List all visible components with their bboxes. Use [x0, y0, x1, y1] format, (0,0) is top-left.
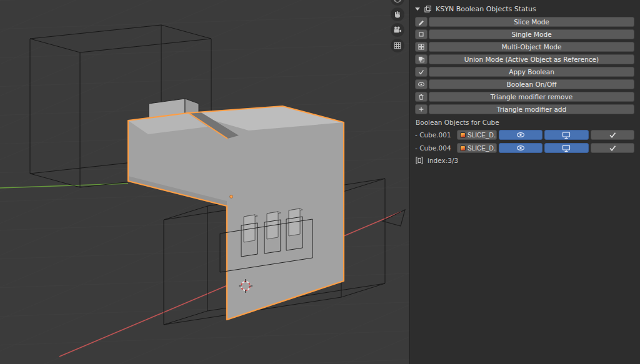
chevron-down-icon — [415, 7, 420, 11]
boolean-objects-header: Boolean Objects for Cube — [416, 119, 634, 126]
eye-icon[interactable] — [415, 79, 428, 89]
eye-icon — [516, 144, 526, 152]
multi-object-mode-row: Multi-Object Mode — [415, 42, 634, 52]
single-object-icon[interactable] — [415, 29, 428, 39]
panel-icon — [424, 5, 432, 13]
boolean-onoff-button[interactable]: Boolean On/Off — [429, 79, 634, 89]
multi-object-mode-button[interactable]: Multi-Object Mode — [429, 42, 634, 52]
panel-title: KSYN Boolean Objects Status — [436, 5, 536, 13]
triangle-modifier-remove-button[interactable]: Triangle modifier remove — [429, 92, 634, 102]
orthographic-grid-icon[interactable] — [391, 39, 404, 52]
apply-boolean-button[interactable]: Appy Boolean — [429, 67, 634, 77]
boolean-mode-value: SLICE_D... — [468, 132, 497, 139]
boolean-mode-value: SLICE_D... — [468, 145, 497, 152]
3d-viewport[interactable] — [0, 0, 409, 364]
viewport-visibility-toggle[interactable] — [499, 130, 542, 140]
triangle-modifier-add-button[interactable]: Triangle modifier add — [429, 104, 634, 114]
index-label: index:3/3 — [428, 157, 458, 164]
union-mode-row: Union Mode (Active Object as Reference) — [415, 54, 634, 64]
union-mode-button[interactable]: Union Mode (Active Object as Reference) — [429, 54, 634, 64]
multi-object-icon[interactable] — [415, 42, 428, 52]
object-origin-dot — [230, 195, 233, 199]
object-selected-checkbox[interactable] — [591, 143, 634, 153]
object-row-cube-001: - Cube.001 SLICE_D... — [415, 130, 634, 140]
apply-boolean-row: Appy Boolean — [415, 67, 634, 77]
index-status-row: index:3/3 — [415, 156, 634, 165]
object-material-icon — [460, 132, 466, 138]
object-material-icon — [460, 145, 466, 151]
boolean-mode-select[interactable]: SLICE_D... — [457, 143, 497, 153]
triangle-modifier-remove-row: Triangle modifier remove — [415, 92, 634, 102]
nav-gizmo-icon[interactable] — [391, 0, 404, 6]
single-mode-button[interactable]: Single Mode — [429, 29, 634, 39]
ksyn-boolean-panel: KSYN Boolean Objects Status Slice Mode S… — [409, 0, 640, 364]
check-icon — [608, 131, 617, 139]
eye-icon — [516, 131, 526, 139]
panel-header[interactable]: KSYN Boolean Objects Status — [415, 3, 634, 14]
viewport-canvas — [0, 0, 409, 364]
object-row-cube-004: - Cube.004 SLICE_D... — [415, 143, 634, 153]
display-toggle[interactable] — [544, 130, 588, 140]
check-icon[interactable] — [415, 67, 428, 77]
monitor-icon — [561, 144, 571, 152]
single-mode-row: Single Mode — [415, 29, 634, 39]
pen-icon[interactable] — [415, 17, 428, 27]
object-name: - Cube.004 — [415, 144, 455, 152]
boolean-onoff-row: Boolean On/Off — [415, 79, 634, 89]
triangle-modifier-add-row: Triangle modifier add — [415, 104, 634, 114]
viewport-visibility-toggle[interactable] — [499, 143, 542, 153]
trash-icon[interactable] — [415, 92, 428, 102]
index-file-icon — [415, 156, 424, 165]
monitor-icon — [561, 131, 571, 139]
object-selected-checkbox[interactable] — [591, 130, 634, 140]
display-toggle[interactable] — [544, 143, 588, 153]
boolean-mode-select[interactable]: SLICE_D... — [457, 130, 497, 140]
camera-view-icon[interactable] — [391, 23, 404, 37]
plus-icon[interactable] — [415, 104, 428, 114]
viewport-nav-controls — [391, 0, 404, 52]
object-name: - Cube.001 — [415, 131, 455, 139]
slice-mode-row: Slice Mode — [415, 17, 634, 27]
check-icon — [608, 144, 617, 152]
slice-mode-button[interactable]: Slice Mode — [429, 17, 634, 27]
pan-hand-icon[interactable] — [391, 7, 404, 21]
union-icon[interactable] — [415, 54, 428, 64]
